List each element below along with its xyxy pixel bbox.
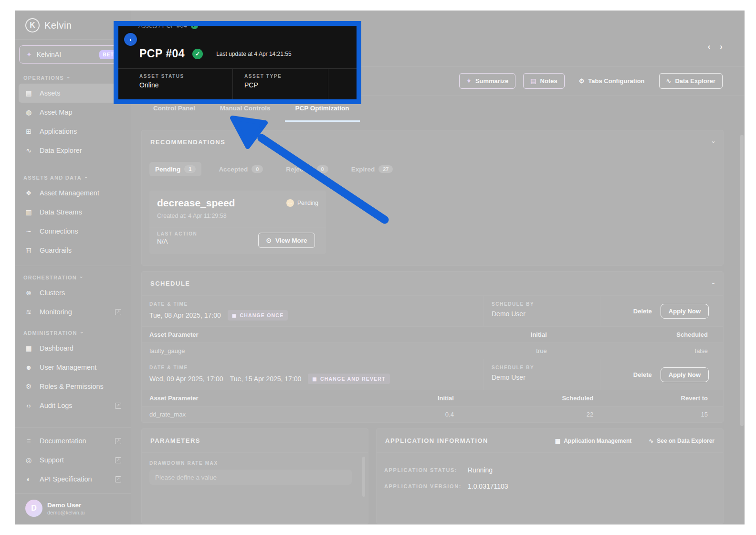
last-update-text: Last update at 4 Apr 14:21:55 xyxy=(216,51,291,57)
breadcrumb: Assets / PCP #04 ✓ xyxy=(138,26,198,29)
asset-type-label: ASSET TYPE xyxy=(244,74,328,79)
breadcrumb-text: Assets / PCP #04 xyxy=(138,26,187,29)
asset-type-value: PCP xyxy=(244,81,328,89)
collapse-header-button[interactable]: ‹ xyxy=(124,33,137,46)
spotlight-asset-header: Assets / PCP #04 ✓ PCP #04 ✓ Last update… xyxy=(114,21,361,104)
online-check-icon: ✓ xyxy=(192,49,203,59)
app-window: K Kelvin ✦ KelvinAI BETA OPERATIONS› ▤ A… xyxy=(15,11,745,524)
asset-status-value: Online xyxy=(139,81,232,89)
check-icon: ✓ xyxy=(191,26,198,29)
asset-status-label: ASSET STATUS xyxy=(139,74,232,79)
asset-title: PCP #04 xyxy=(139,47,185,60)
